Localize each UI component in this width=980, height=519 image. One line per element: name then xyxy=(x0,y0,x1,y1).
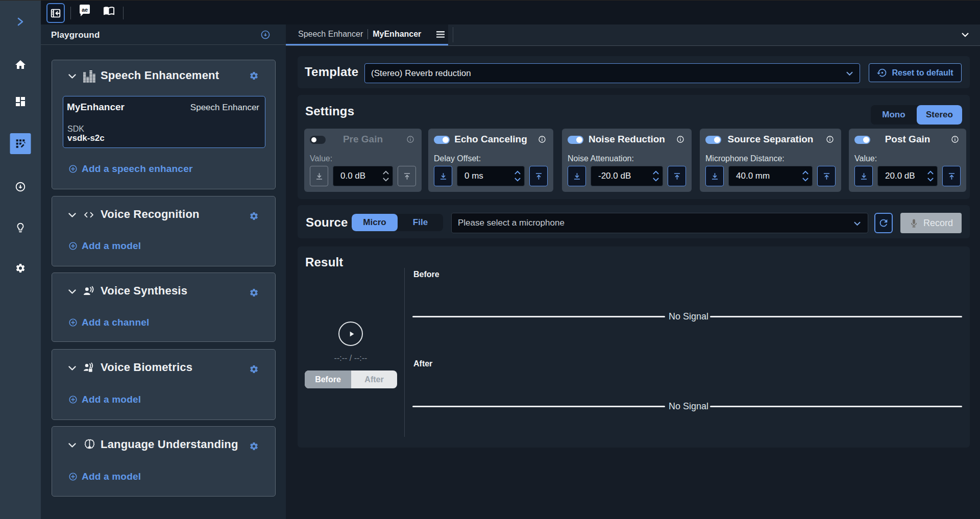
svg-text:ae: ae xyxy=(82,7,88,13)
